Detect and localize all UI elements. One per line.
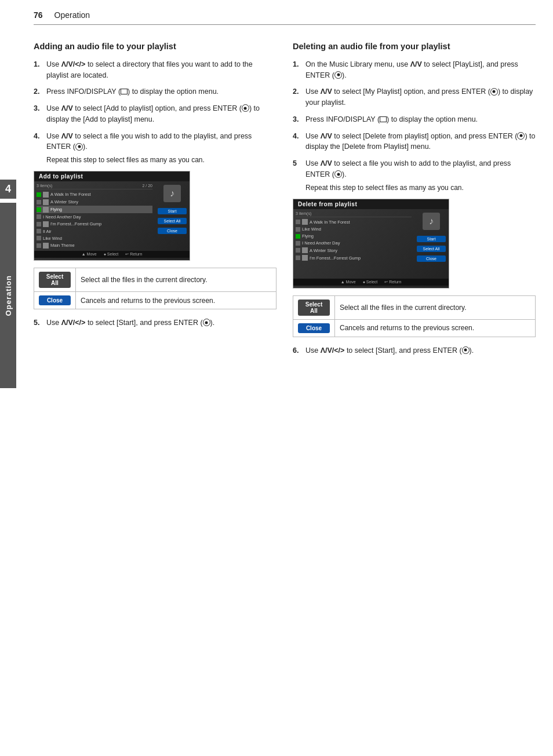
side-tab-number: 4 [0,180,16,199]
atp-item-check [37,236,41,240]
dfp-list-item: A Winter Story [296,247,412,254]
atp-item-thumb [43,207,49,213]
legend-close-btn: Close [39,295,71,305]
left-btn-legend: Select All Select all the files in the c… [34,268,276,309]
right-step6-list: 6. Use Λ/V/</> to select [Start], and pr… [293,345,536,356]
dfp-footer: ▲ Move ● Select ↩ Return [293,279,449,286]
left-step-2-text: Press INFO/DISPLAY () to display the opt… [46,86,276,97]
right-step-6-text: Use Λ/V/</> to select [Start], and press… [305,345,536,356]
atp-item-check [37,214,41,219]
left-step-5-num: 5. [34,317,39,328]
atp-item-thumb [43,243,49,249]
two-col-layout: Adding an audio file to your playlist 1.… [34,41,536,361]
right-legend-row-close: Close Cancels and returns to the previou… [293,319,536,337]
right-step-2-num: 2. [293,86,299,97]
right-step-3-text: Press INFO/DISPLAY () to display the opt… [305,114,536,125]
right-step-1-text: On the Music Library menu, use Λ/V to se… [305,59,536,81]
left-step-1-text: Use Λ/V/</> to select a directory that f… [46,59,276,81]
dfp-content: 3 item(s) A Walk In The Forest Like Wind [293,209,449,279]
dfp-list-header: 3 item(s) [296,210,412,217]
right-column: Deleting an audio file from your playlis… [293,41,536,361]
atp-list-page: 2 / 20 [142,184,152,188]
legend-row-selectall: Select All Select all the files in the c… [34,268,276,292]
left-step-1: 1. Use Λ/V/</> to select a directory tha… [34,59,276,81]
right-step-4-text: Use Λ/V to select [Delete from playlist]… [305,131,536,153]
atp-content: 3 item(s) 2 / 20 A Walk In The Forest A … [34,181,190,251]
dfp-footer-return: ↩ Return [384,280,401,284]
atp-item-label: Il Air [43,229,52,234]
atp-list-item: I Need Another Day [37,213,152,220]
side-tab-label: Operation [4,275,13,316]
right-btn-legend: Select All Select all the files in the c… [293,295,536,337]
atp-footer-select: ● Select [104,252,119,257]
right-step-4: 4. Use Λ/V to select [Delete from playli… [293,131,536,153]
left-step-3-num: 3. [34,103,39,114]
right-step-3-num: 3. [293,114,299,125]
left-step-4-num: 4. [34,131,39,142]
dfp-item-check [296,234,300,239]
dfp-list-item: I Need Another Day [296,240,412,247]
right-step-5-num: 5 [293,158,297,169]
dfp-item-check [296,255,300,260]
left-step-2: 2. Press INFO/DISPLAY () to display the … [34,86,276,97]
atp-item-label: I'm Forrest...Forrest Gump [50,221,101,227]
dfp-list-item: Flying [296,233,412,240]
right-step-2: 2. Use Λ/V to select [My Playlist] optio… [293,86,536,108]
atp-list-item: Il Air [37,228,152,235]
atp-music-icon: ♪ [163,185,181,202]
dfp-item-thumb [302,247,308,253]
atp-list-item: A Walk In The Forest [37,191,152,198]
atp-list-count: 3 item(s) [37,184,52,188]
atp-list-area: 3 item(s) 2 / 20 A Walk In The Forest A … [34,181,155,251]
left-instruction-list: 1. Use Λ/V/</> to select a directory tha… [34,59,276,165]
delete-from-playlist-screenshot: Delete from playlist 3 item(s) A Walk In… [293,199,449,288]
legend-row-close: Close Cancels and returns to the previou… [34,292,276,309]
atp-list-item: Main Theme [37,242,152,249]
atp-list-item: I'm Forrest...Forrest Gump [37,220,152,228]
atp-right-panel: ♪ Start Select All Close [155,181,190,251]
right-step-1-num: 1. [293,59,299,70]
dfp-item-label: Flying [302,233,314,239]
right-legend-btn-cell: Close [293,319,335,337]
right-step-5-subnote: Repeat this step to select files as many… [305,182,536,193]
atp-start-btn: Start [158,208,187,214]
left-step-3-text: Use Λ/V to select [Add to playlist] opti… [46,103,276,125]
page-number: 76 [34,10,43,20]
atp-item-check [37,243,41,248]
right-legend-selectall-btn: Select All [298,300,330,316]
left-step-5-text: Use Λ/V/</> to select [Start], and press… [46,317,276,328]
legend-close-desc: Cancels and returns to the previous scre… [76,292,276,309]
right-instruction-list: 1. On the Music Library menu, use Λ/V to… [293,59,536,193]
atp-item-label: Flying [50,207,62,212]
dfp-item-label: I'm Forrest...Forrest Gump [310,255,361,261]
right-legend-close-desc: Cancels and returns to the previous scre… [335,319,536,337]
dfp-selectall-btn: Select All [417,246,446,252]
atp-footer-return: ↩ Return [125,252,142,257]
dfp-list-count: 3 item(s) [296,211,311,216]
atp-item-label: Main Theme [50,243,75,248]
left-step5-list: 5. Use Λ/V/</> to select [Start], and pr… [34,317,276,328]
left-column: Adding an audio file to your playlist 1.… [34,41,276,361]
dfp-item-thumb [302,255,308,261]
main-content: 76 Operation Adding an audio file to you… [16,0,553,385]
legend-selectall-desc: Select all the files in the current dire… [76,268,276,292]
atp-list-item: Like Wind [37,235,152,242]
dfp-music-icon: ♪ [423,213,440,230]
right-step-6: 6. Use Λ/V/</> to select [Start], and pr… [293,345,536,356]
dfp-footer-select: ● Select [363,280,378,284]
dfp-list-area: 3 item(s) A Walk In The Forest Like Wind [293,209,414,279]
right-step-6-num: 6. [293,345,299,356]
atp-item-label: I Need Another Day [43,214,81,220]
atp-item-check [37,229,41,233]
atp-selectall-btn: Select All [158,218,187,224]
dfp-item-label: A Winter Story [310,248,337,253]
dfp-list-item: I'm Forrest...Forrest Gump [296,254,412,262]
right-step-4-num: 4. [293,131,299,142]
atp-close-btn: Close [158,228,187,234]
left-step-2-num: 2. [34,86,39,97]
dfp-close-btn: Close [417,255,446,262]
right-step-5: 5 Use Λ/V to select a file you wish to a… [293,158,536,193]
atp-item-label: Like Wind [43,236,62,241]
dfp-item-thumb [302,219,308,225]
dfp-item-check [296,227,300,232]
